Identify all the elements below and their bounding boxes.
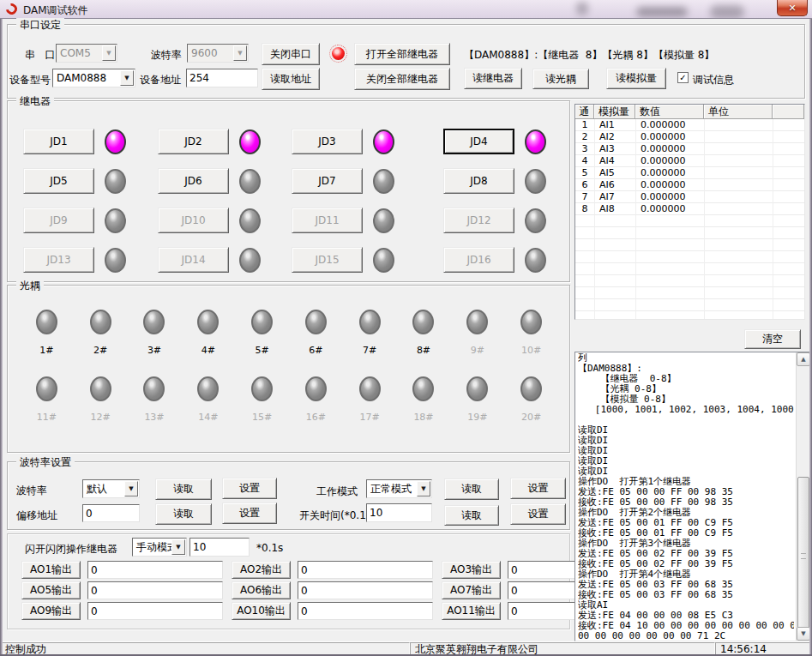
opto-label-12: 13# <box>144 412 164 423</box>
relay-button-10[interactable]: JD11 <box>292 208 363 233</box>
close-button[interactable]: ✕ <box>777 0 808 16</box>
opto-item-16: 17# <box>359 376 381 423</box>
opto-item-15: 16# <box>305 376 327 423</box>
ao-output-button-6[interactable]: AO7输出 <box>442 581 501 599</box>
baud-read-button[interactable]: 读取 <box>155 478 212 500</box>
analog-cell-channel-3: 4 <box>575 155 594 166</box>
relay-button-9[interactable]: JD10 <box>158 208 229 233</box>
analog-cell-value-6: 0.000000 <box>635 191 704 202</box>
col-header-unit[interactable]: 单位 <box>704 105 773 119</box>
device-addr-input[interactable] <box>186 69 258 87</box>
opto-label-14: 15# <box>252 412 272 423</box>
ao-output-input-4[interactable] <box>87 581 223 599</box>
relay-cell-10: JD11 <box>292 201 443 240</box>
ao-output-button-1[interactable]: AO2输出 <box>232 561 291 579</box>
baud-label: 波特率 <box>16 484 47 498</box>
flash-operate-label: 闪开闪闭操作继电器 <box>25 542 117 557</box>
port-select-value: COM5 <box>60 47 91 59</box>
read-analog-button[interactable]: 读模拟量 <box>606 68 666 89</box>
flash-mode-select[interactable]: 手动模式 ▼ <box>132 538 187 557</box>
relay-button-5[interactable]: JD6 <box>158 168 229 194</box>
ao-output-button-8[interactable]: AO9输出 <box>21 602 81 620</box>
analog-cell-channel-6: 7 <box>575 191 594 202</box>
relay-button-1[interactable]: JD2 <box>158 129 229 154</box>
work-mode-read-button[interactable]: 读取 <box>444 478 499 500</box>
device-model-select[interactable]: DAM0888 ▼ <box>52 69 135 87</box>
dropdown-icon: ▼ <box>171 539 185 555</box>
close-port-button[interactable]: 关闭串口 <box>262 43 320 65</box>
baudrate-select[interactable]: 9600 ▼ <box>187 44 249 63</box>
ao-output-button-0[interactable]: AO1输出 <box>21 561 81 579</box>
scrollbar-thumb[interactable] <box>797 477 809 634</box>
ao-output-button-5[interactable]: AO6输出 <box>232 581 291 599</box>
scroll-up-button[interactable]: ▲ <box>797 352 810 366</box>
debug-checkbox[interactable]: ✓ <box>677 72 689 83</box>
ao-output-input-8[interactable] <box>87 602 223 620</box>
relay-cell-3: JD4 <box>443 122 556 161</box>
ao-output-input-1[interactable] <box>298 561 433 579</box>
relay-led-0 <box>105 129 126 154</box>
relay-button-11[interactable]: JD12 <box>443 208 514 233</box>
log-text[interactable]: 列 【DAM0888】: 【继电器 0-8】 【光耦 0-8】 【模拟量 0-8… <box>578 353 794 641</box>
read-opto-button[interactable]: 读光耦 <box>532 69 589 89</box>
relay-button-6[interactable]: JD7 <box>292 168 363 194</box>
col-header-value[interactable]: 数值 <box>635 105 704 119</box>
relay-button-2[interactable]: JD3 <box>292 129 363 154</box>
relay-button-14[interactable]: JD15 <box>292 247 363 273</box>
relay-button-4[interactable]: JD5 <box>23 168 94 194</box>
baud-select[interactable]: 默认 ▼ <box>82 479 140 498</box>
offset-read-button[interactable]: 读取 <box>155 503 212 525</box>
work-mode-label: 工作模式 <box>316 484 358 499</box>
read-relay-button[interactable]: 读继电器 <box>464 68 522 89</box>
relay-led-4 <box>105 169 126 194</box>
clear-log-button[interactable]: 清空 <box>744 329 801 349</box>
analog-row-1: 2 AI2 0.000000 <box>575 131 804 143</box>
relay-button-15[interactable]: JD16 <box>443 247 514 273</box>
offset-addr-input[interactable] <box>82 504 140 522</box>
analog-row-3: 4 AI4 0.000000 <box>575 155 804 167</box>
work-mode-set-button[interactable]: 设置 <box>510 478 566 499</box>
flash-operate-section: 闪开闪闭操作继电器 手动模式 ▼ *0.1s AO1输出 AO2输出 AO3输出… <box>7 533 570 629</box>
read-addr-button[interactable]: 读取地址 <box>262 68 320 90</box>
col-header-channel[interactable]: 通 <box>575 105 594 119</box>
switch-time-read-button[interactable]: 读取 <box>444 505 499 526</box>
relay-led-10 <box>373 208 394 233</box>
close-all-relays-button[interactable]: 关闭全部继电器 <box>354 68 450 90</box>
col-header-analog[interactable]: 模拟量 <box>594 105 635 119</box>
ao-output-button-4[interactable]: AO5输出 <box>21 581 81 599</box>
offset-set-button[interactable]: 设置 <box>222 503 277 524</box>
relay-button-8[interactable]: JD9 <box>23 208 94 233</box>
relay-button-0[interactable]: JD1 <box>23 129 94 154</box>
open-all-relays-button[interactable]: 打开全部继电器 <box>354 43 450 65</box>
port-select[interactable]: COM5 ▼ <box>56 44 117 63</box>
ao-output-button-9[interactable]: AO10输出 <box>232 602 291 620</box>
relay-button-7[interactable]: JD8 <box>443 168 514 194</box>
baud-set-button[interactable]: 设置 <box>222 478 277 499</box>
opto-item-9: 10# <box>520 310 542 356</box>
log-scrollbar[interactable]: ▲ ▼ <box>796 352 810 641</box>
app-icon <box>3 1 19 16</box>
ao-output-input-9[interactable] <box>298 602 433 620</box>
relay-button-13[interactable]: JD14 <box>158 247 229 273</box>
ao-output-input-0[interactable] <box>87 561 223 579</box>
switch-time-input[interactable] <box>366 503 432 522</box>
flash-time-input[interactable] <box>189 538 250 557</box>
ao-output-button-10[interactable]: AO11输出 <box>442 602 501 620</box>
opto-item-6: 7# <box>359 310 381 356</box>
titlebar-glass-smudge <box>636 7 688 17</box>
ao-output-button-2[interactable]: AO3输出 <box>442 561 501 579</box>
relay-led-14 <box>373 248 394 273</box>
work-mode-select[interactable]: 正常模式 ▼ <box>366 479 432 498</box>
analog-cell-unit-5 <box>704 179 773 190</box>
analog-cell-unit-0 <box>704 119 773 130</box>
opto-led-18 <box>466 376 488 401</box>
opto-label-4: 5# <box>255 345 268 356</box>
ao-output-input-5[interactable] <box>298 581 433 599</box>
relay-button-3[interactable]: JD4 <box>443 129 514 154</box>
device-model-label: 设备型号 <box>9 73 51 87</box>
baud-select-value: 默认 <box>87 482 107 497</box>
switch-time-set-button[interactable]: 设置 <box>510 503 566 525</box>
ao-cell-1: AO2输出 <box>232 561 433 579</box>
scroll-down-button[interactable]: ▼ <box>797 627 810 641</box>
relay-button-12[interactable]: JD13 <box>23 247 94 273</box>
